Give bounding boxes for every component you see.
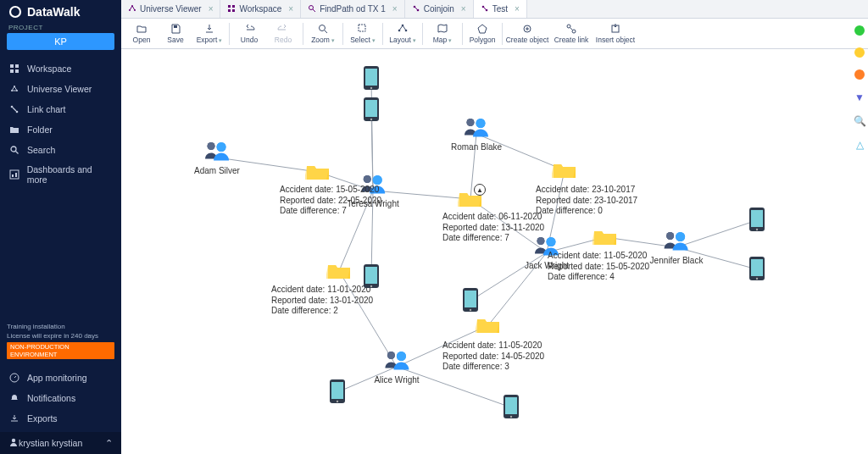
person-node-alice-wright[interactable]: Alice Wright	[374, 350, 419, 385]
person-icon	[650, 230, 704, 254]
sidebar: DataWalk PROJECT KP WorkspaceUniverse Vi…	[0, 0, 121, 454]
toolbar-layout-button[interactable]: Layout	[386, 19, 420, 48]
toolbar-export-button[interactable]: Export	[192, 19, 226, 48]
nav-item-link-chart[interactable]: Link chart	[0, 99, 121, 119]
tab-findpath-od-tx-1[interactable]: FindPath od TX 1×	[301, 0, 405, 18]
close-icon[interactable]: ×	[288, 4, 293, 14]
phone-icon	[748, 207, 765, 234]
nav-item-app-monitoring[interactable]: App monitoring	[0, 368, 121, 388]
phone-node-pho_ph8[interactable]	[748, 256, 765, 283]
toolbar-zoom-button[interactable]: Zoom	[306, 19, 340, 48]
annotation-line: Date difference: 2	[271, 306, 373, 317]
annotation-line: Reported date: 13-01-2020	[271, 296, 373, 307]
svg-rect-12	[12, 174, 14, 177]
person-node-adam-silver[interactable]: Adam Silver	[194, 141, 240, 175]
undo-icon	[243, 23, 255, 35]
svg-point-24	[413, 5, 415, 8]
filter-icon[interactable]: ▼	[854, 91, 865, 103]
folder-node-fol_f_alice[interactable]	[476, 314, 501, 336]
layout-icon	[397, 23, 409, 35]
dashboards-and-more-icon	[8, 169, 20, 180]
toolbar-undo-button[interactable]: Undo	[232, 19, 266, 48]
nav-item-exports[interactable]: Exports	[0, 408, 121, 429]
redo-icon	[277, 23, 289, 35]
nav-item-workspace[interactable]: Workspace	[0, 58, 121, 79]
svg-point-23	[309, 5, 314, 9]
svg-point-61	[676, 232, 686, 241]
annotation-line: Date difference: 0	[536, 206, 637, 217]
close-icon[interactable]: ×	[392, 4, 398, 14]
svg-point-73	[470, 309, 471, 311]
toolbar-polygon-button[interactable]: Polygon	[465, 19, 499, 48]
nav-item-universe-viewer[interactable]: Universe Viewer	[0, 79, 121, 99]
rail-dot-orange[interactable]	[854, 69, 865, 80]
tab-label: Test	[492, 4, 508, 14]
link-chart-canvas[interactable]: Adam SilverTeresa WrightRoman BlakeJack …	[121, 49, 868, 454]
folder-node-fol_f_teresa2[interactable]	[326, 260, 352, 282]
nav-item-label: Search	[27, 145, 55, 155]
toolbar-save-button[interactable]: Save	[159, 19, 192, 48]
phone-icon	[503, 394, 520, 421]
rail-dot-yellow[interactable]	[854, 47, 865, 58]
close-icon[interactable]: ×	[515, 4, 520, 14]
user-menu[interactable]: krystian krystian ⌃	[0, 432, 121, 454]
rail-dot-green[interactable]	[854, 25, 865, 36]
nav-item-search[interactable]: Search	[0, 140, 121, 160]
annotation-line: Reported date: 15-05-2020	[548, 262, 649, 273]
svg-point-53	[547, 237, 556, 246]
bottom-nav: App monitoringNotificationsExports	[0, 364, 121, 432]
toolbar-open-button[interactable]: Open	[125, 19, 159, 48]
node-label: Jennifer Black	[650, 256, 704, 265]
phone-icon	[363, 263, 380, 291]
toolbar-label: Open	[133, 36, 151, 44]
phone-node-pho_ph6[interactable]	[503, 394, 520, 421]
toolbar-label: Redo	[275, 36, 292, 44]
svg-rect-20	[232, 5, 235, 8]
toolbar-create-object-button[interactable]: Create object	[505, 19, 549, 48]
svg-point-27	[485, 8, 487, 11]
toolbar-separator	[382, 23, 383, 45]
folder-node-fol_f_roman[interactable]	[552, 159, 577, 181]
nav-item-folder[interactable]: Folder	[0, 119, 121, 140]
select-icon	[357, 23, 369, 35]
tab-universe-viewer[interactable]: Universe Viewer×	[121, 0, 220, 18]
toolbar-label: Layout	[389, 36, 416, 44]
annotation-line: Date difference: 3	[442, 362, 544, 373]
phone-icon	[363, 65, 380, 92]
annotation-line: Date difference: 7	[280, 206, 381, 217]
close-icon[interactable]: ×	[209, 4, 214, 14]
tab-test[interactable]: Test×	[474, 0, 527, 18]
svg-point-9	[16, 111, 19, 114]
nav-item-dashboards-and-more[interactable]: Dashboards and more	[0, 160, 121, 189]
add-icon[interactable]: △	[856, 139, 864, 151]
app-monitoring-icon	[8, 372, 20, 384]
project-selector[interactable]: KP	[7, 33, 114, 50]
person-node-jennifer-black[interactable]: Jennifer Black	[650, 230, 704, 265]
phone-node-pho_ph7[interactable]	[748, 207, 765, 234]
folder-node-fol_f_adam[interactable]	[305, 161, 331, 183]
toolbar-map-button[interactable]: Map	[426, 19, 459, 48]
search-icon[interactable]: 🔍	[854, 115, 866, 127]
person-node-roman-blake[interactable]: Roman Blake	[451, 117, 502, 152]
tab-workspace[interactable]: Workspace×	[220, 0, 301, 18]
folder-annotation: Accident date: 15-05-2020Reported date: …	[280, 185, 381, 217]
toolbar-insert-object-button[interactable]: Insert object	[593, 19, 637, 48]
phone-node-pho_ph1[interactable]	[363, 65, 380, 92]
phone-node-pho_ph5[interactable]	[329, 379, 346, 406]
svg-rect-4	[15, 69, 19, 73]
phone-node-pho_ph2[interactable]	[363, 97, 380, 124]
node-label: Adam Silver	[194, 166, 240, 175]
close-icon[interactable]: ×	[461, 4, 466, 14]
person-icon	[194, 141, 240, 164]
tab-label: Workspace	[239, 4, 281, 14]
tab-coinjoin[interactable]: Coinjoin×	[405, 0, 474, 18]
folder-icon	[305, 161, 331, 183]
folder-icon	[326, 260, 352, 282]
nav-item-notifications[interactable]: Notifications	[0, 388, 121, 408]
toolbar-select-button[interactable]: Select	[346, 19, 380, 48]
folder-node-fol_f_jack2[interactable]	[593, 226, 618, 248]
right-tool-rail: ▼ 🔍 △	[851, 0, 868, 454]
toolbar-create-link-button[interactable]: Create link	[549, 19, 593, 48]
phone-node-pho_ph3[interactable]	[363, 263, 380, 291]
phone-node-pho_ph4[interactable]	[462, 287, 479, 314]
